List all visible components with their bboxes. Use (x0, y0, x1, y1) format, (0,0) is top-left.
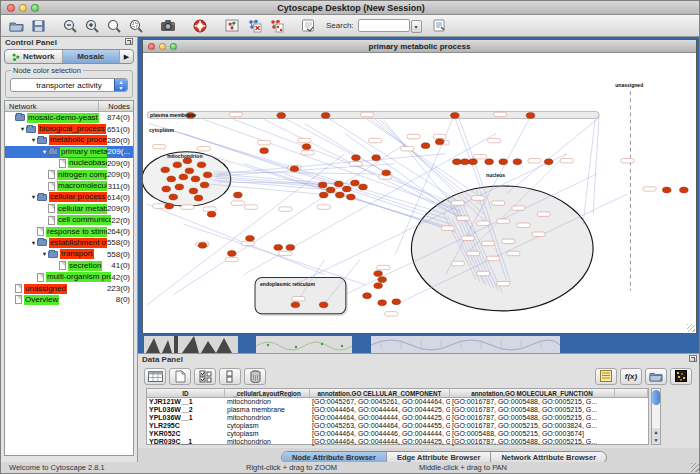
network-node[interactable] (260, 148, 269, 154)
network-tree-item[interactable]: nucleobase-209(0) (5, 158, 133, 169)
network-tree-item[interactable]: cellular metabo209(0) (5, 203, 133, 214)
network-node[interactable] (382, 170, 391, 176)
float-panel-icon[interactable] (125, 38, 133, 45)
network-canvas[interactable]: plasma membrane cytoplasm mitochondrion … (143, 53, 696, 333)
network-node[interactable] (318, 182, 327, 188)
network-node[interactable] (175, 184, 184, 190)
attribute-matrix-icon[interactable] (670, 368, 692, 385)
network-node[interactable] (499, 159, 508, 165)
scroll-down-icon[interactable]: ▼ (652, 436, 660, 444)
node-color-combo[interactable]: transporter activity ▲▼ (10, 78, 128, 92)
network-node[interactable] (161, 167, 170, 173)
save-icon[interactable] (28, 17, 48, 35)
network-tree-item[interactable]: ▼transport558(0) (5, 249, 133, 260)
network-node[interactable] (435, 139, 444, 145)
expander-icon[interactable]: ▼ (19, 126, 26, 132)
expander-icon[interactable]: ▼ (30, 240, 37, 246)
new-attribute-icon[interactable] (169, 368, 191, 385)
table-row[interactable]: YPL036W__2plasma membrane[GO:0044464, GO… (147, 406, 648, 414)
network-node[interactable] (347, 194, 356, 200)
zoom-to-fit-icon[interactable] (126, 17, 146, 35)
import-annotation-icon[interactable] (298, 17, 318, 35)
network-node[interactable] (319, 192, 328, 198)
network-node[interactable] (343, 186, 352, 192)
table-row[interactable]: YJR121W__1mitochondrion[GO:0045267, GO:0… (147, 398, 648, 406)
help-lifesaver-icon[interactable] (190, 17, 210, 35)
network-node[interactable] (352, 155, 361, 161)
network-node[interactable] (194, 195, 203, 201)
network-node[interactable] (321, 113, 330, 119)
network-node[interactable] (662, 187, 671, 193)
tree-header[interactable]: Network Nodes (5, 101, 133, 112)
network-node[interactable] (450, 113, 459, 119)
snapshot-camera-icon[interactable] (158, 17, 178, 35)
network-tree-item[interactable]: Overview8(0) (5, 294, 133, 305)
view-resize-grip[interactable] (687, 324, 695, 332)
search-input[interactable]: ▾ (358, 19, 410, 32)
table-row[interactable]: YLR295Ccytoplasm[GO:0045263, GO:0044464,… (147, 422, 648, 430)
network-node[interactable] (513, 159, 522, 165)
network-tree-item[interactable]: ▼cellular process614(0) (5, 192, 133, 203)
zoom-in-icon[interactable] (82, 17, 102, 35)
network-node[interactable] (246, 235, 255, 241)
create-view-icon[interactable] (222, 17, 242, 35)
network-node[interactable] (169, 194, 178, 200)
network-node[interactable] (452, 159, 461, 165)
expander-icon[interactable]: ▼ (41, 251, 48, 257)
table-column-header[interactable]: ID (147, 389, 225, 397)
import-attributes-icon[interactable] (645, 368, 667, 385)
expander-icon[interactable]: ▼ (30, 137, 37, 143)
network-node[interactable] (526, 113, 535, 119)
network-node[interactable] (277, 113, 286, 119)
network-node[interactable] (392, 299, 401, 305)
network-node[interactable] (680, 187, 689, 193)
zoom-selected-region-icon[interactable] (104, 17, 124, 35)
table-scrollbar[interactable]: ▲ ▼ (651, 388, 661, 445)
network-node[interactable] (185, 168, 194, 174)
tab-network[interactable]: Network (5, 50, 63, 63)
table-row[interactable]: YKR052Ccytoplasm[GO:0044464, GO:0044446,… (147, 430, 648, 438)
attribute-table-icon[interactable] (144, 368, 166, 385)
network-node[interactable] (374, 283, 383, 289)
select-attributes-icon[interactable] (194, 368, 216, 385)
network-tree-item[interactable]: cell communicat22(0) (5, 215, 133, 226)
window-resize-grip[interactable] (691, 463, 700, 472)
network-node[interactable] (227, 251, 236, 257)
network-tree-item[interactable]: nitrogen compo209(0) (5, 169, 133, 180)
network-node[interactable] (378, 300, 387, 306)
network-node[interactable] (200, 182, 209, 188)
network-node[interactable] (469, 159, 478, 165)
network-node[interactable] (274, 244, 283, 250)
delete-attribute-icon[interactable] (244, 368, 266, 385)
float-data-panel-icon[interactable] (689, 355, 697, 362)
network-node[interactable] (198, 242, 207, 248)
search-dropdown-icon[interactable]: ▾ (411, 20, 422, 33)
unselect-attributes-icon[interactable] (219, 368, 241, 385)
expander-icon[interactable]: ▼ (41, 149, 48, 155)
table-row[interactable]: YDR039C__1mitochondrion[GO:0044464, GO:0… (147, 438, 648, 446)
network-node[interactable] (544, 159, 553, 165)
network-node[interactable] (162, 186, 171, 192)
tab-mosaic[interactable]: Mosaic (63, 50, 121, 63)
network-node[interactable] (189, 188, 198, 194)
network-node[interactable] (378, 277, 387, 283)
network-tree-item[interactable]: ▼metabolic process280(0) (5, 135, 133, 146)
network-tree-item[interactable]: multi-organism pro42(0) (5, 271, 133, 282)
zoom-out-icon[interactable] (60, 17, 80, 35)
network-node[interactable] (290, 166, 299, 172)
network-node[interactable] (203, 172, 212, 178)
network-node[interactable] (286, 244, 295, 250)
combo-stepper-icon[interactable]: ▲▼ (114, 79, 127, 91)
network-node[interactable] (335, 192, 344, 198)
network-view-titlebar[interactable]: primary metabolic process (143, 40, 696, 53)
attribute-table[interactable]: ID_cellularLayoutRegionannotation.GO CEL… (146, 388, 649, 445)
network-node[interactable] (363, 293, 372, 299)
network-tree-item[interactable]: ▼establishment of lo558(0) (5, 237, 133, 248)
scroll-up-icon[interactable]: ▲ (652, 428, 660, 436)
network-node[interactable] (421, 143, 430, 149)
network-node[interactable] (374, 271, 383, 277)
scrollbar-thumb[interactable] (652, 390, 660, 405)
tab-overflow-arrow[interactable]: ▶ (120, 50, 133, 63)
expander-icon[interactable]: ▼ (30, 194, 37, 200)
annotation-document-icon[interactable] (430, 17, 450, 35)
